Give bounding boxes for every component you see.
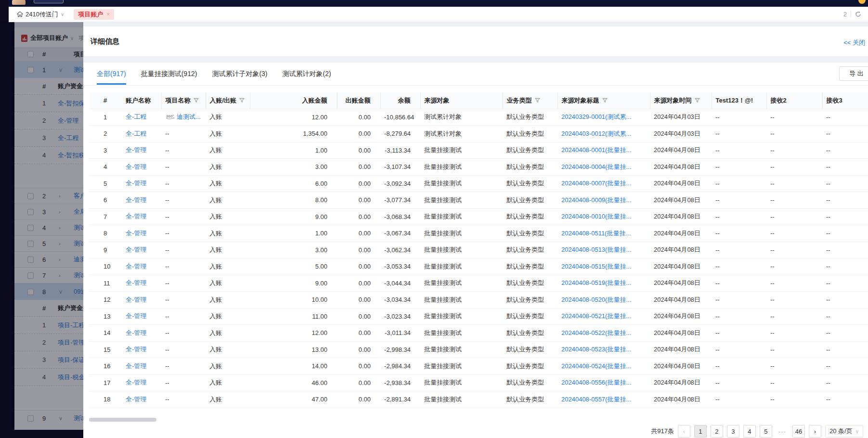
source-title-link[interactable]: 20240408-0009(批量挂... [561,196,631,204]
source-title-link[interactable]: 20240408-0520(批量挂... [561,296,631,303]
source-title-link[interactable]: 20240408-0522(批量挂... [561,329,631,336]
table-row[interactable]: 11全-管理--入账9.000.00-3,044.34批量挂接测试默认业务类型2… [89,275,868,292]
page-button-5[interactable]: 5 [760,425,772,438]
tab-2[interactable]: 测试累计子对象(3) [212,63,267,85]
filter-icon[interactable] [194,98,199,103]
source-title-link[interactable]: 20240408-0523(批量挂... [561,346,631,353]
account-link[interactable]: 全-管理 [126,362,146,370]
close-tab-icon[interactable]: × [106,11,110,18]
table-row[interactable]: 8全-管理--入账1.000.00-3,067.34批量挂接测试默认业务类型20… [89,225,868,242]
account-link[interactable]: 全-管理 [126,279,146,286]
account-link[interactable]: 全-工程 [126,113,146,120]
account-link[interactable]: 全-管理 [126,180,146,187]
filter-icon[interactable] [602,98,608,103]
cell-balance: -3,011.34 [380,325,420,342]
table-row[interactable]: 10全-管理--入账5.000.00-3,053.34批量挂接测试默认业务类型2… [89,258,868,275]
cell-biz-type: 默认业务类型 [503,192,557,209]
tab-1[interactable]: 批量挂接测试(912) [141,63,197,85]
account-link[interactable]: 全-管理 [126,230,146,237]
table-row[interactable]: 7全-管理--入账9.000.00-3,068.34批量挂接测试默认业务类型20… [89,208,868,225]
next-page-button[interactable]: › [809,425,821,438]
pagination-ellipsis[interactable]: ··· [776,425,789,438]
horizontal-scrollbar-thumb[interactable] [89,418,156,422]
table-header-row: #账户名称项目名称入账/出账入账金额出账金额余额来源对象业务类型来源对象标题来源… [89,92,868,109]
topbar-search-input[interactable] [34,0,64,3]
cell-index: 19 [89,408,119,412]
source-title-link[interactable]: 20240408-0515(批量挂... [561,263,631,270]
account-link[interactable]: 全-管理 [126,346,146,353]
source-title-link[interactable]: 20240408-0511(批量挂... [561,230,631,237]
table-row[interactable]: 2全-工程--入账1,354.000.00-8,279.64测试累计对象默认业务… [89,126,868,142]
account-link[interactable]: 全-管理 [126,163,146,170]
table-row[interactable]: 14全-管理--入账12.000.00-3,011.34批量挂接测试默认业务类型… [89,325,868,342]
source-title-link[interactable]: 20240408-0519(批量挂... [561,279,631,286]
table-row[interactable]: 15全-管理--入账13.000.00-2,998.34批量挂接测试默认业务类型… [89,341,868,358]
account-link[interactable]: 全-工程 [126,130,146,137]
source-title-link[interactable]: 20240408-0001(批量挂... [561,146,631,154]
account-link[interactable]: 全-管理 [126,246,146,253]
page-button-3[interactable]: 3 [727,425,739,438]
account-link[interactable]: 全-管理 [126,263,146,270]
table-row[interactable]: 5全-管理--入账6.000.00-3,092.34批量挂接测试默认业务类型20… [89,175,868,192]
account-link[interactable]: 全-管理 [126,312,146,320]
table-row[interactable]: 12全-管理--入账10.000.00-3,034.34批量挂接测试默认业务类型… [89,292,868,309]
refresh-icon[interactable] [855,11,861,17]
cell-account: 全-管理 [119,208,161,225]
page-button-46[interactable]: 46 [792,425,805,438]
table-row[interactable]: 1全-工程360°迪测试...入账12.000.00-10,856.64测试累计… [89,109,868,126]
table-row[interactable]: 9全-管理--入账3.000.00-3,062.34批量挂接测试默认业务类型20… [89,242,868,258]
cell-balance: -3,067.34 [380,225,420,242]
table-row[interactable]: 4全-管理--入账3.000.00-3,107.34批量挂接测试默认业务类型20… [89,159,868,176]
table-row[interactable]: 17全-管理--入账46.000.00-2,938.34批量挂接测试默认业务类型… [89,374,868,391]
table-row[interactable]: 3全-管理--入账1.000.00-3,113.34批量挂接测试默认业务类型20… [89,142,868,159]
tab-3[interactable]: 测试累计对象(2) [283,63,331,85]
source-title-link[interactable]: 20240408-0524(批量挂... [561,362,631,370]
project-link[interactable]: 迪测试... [177,113,201,120]
source-title-link[interactable]: 20240403-0012(测试累... [561,130,631,137]
source-title-link[interactable]: 20240408-0004(批量挂... [561,163,631,170]
source-title-link[interactable]: 20240408-0557(批量挂... [561,396,631,403]
cell-in-out: 入账 [206,109,250,126]
filter-icon[interactable] [695,98,700,103]
modal-dim-overlay[interactable] [0,22,83,438]
source-title-link[interactable]: 20240408-0556(批量挂... [561,379,631,386]
notification-badge-icon[interactable] [858,0,866,4]
source-title-link[interactable]: 20240408-0007(批量挂... [561,180,631,187]
cell-biz-type: 默认业务类型 [503,341,557,358]
tab-0[interactable]: 全部(917) [97,63,126,85]
home-menu[interactable]: 2410传送门 ∨ [17,10,64,19]
cell-recv2: -- [766,374,822,391]
account-link[interactable]: 全-管理 [126,329,146,336]
filter-icon[interactable] [535,98,540,103]
table-row[interactable]: 18全-管理--入账47.000.00-2,891.34批量挂接测试默认业务类型… [89,391,868,408]
account-link[interactable]: 全-管理 [126,296,146,303]
account-link[interactable]: 全-管理 [126,213,146,220]
tab-project-accounts[interactable]: 项目账户 × [74,9,114,20]
page-size-select[interactable]: 20 条/页∨ [825,425,863,438]
page-button-4[interactable]: 4 [743,425,756,438]
filter-icon[interactable] [239,98,245,103]
table-row[interactable]: 13全-管理--入账11.000.00-3,023.34批量挂接测试默认业务类型… [89,308,868,325]
page-button-2[interactable]: 2 [711,425,723,438]
cell-project: -- [161,374,206,391]
page-button-1[interactable]: 1 [694,425,707,438]
prev-page-button[interactable]: ‹ [678,425,690,438]
account-link[interactable]: 全-管理 [126,196,146,204]
source-title-link[interactable]: 20240408-0521(批量挂... [561,312,631,320]
account-link[interactable]: 全-管理 [126,379,146,386]
cell-source: 批量挂接测试 [420,308,503,325]
source-title-link[interactable]: 20240408-0513(批量挂... [561,246,631,253]
table-row[interactable]: 6全-管理--入账8.000.00-3,077.34批量挂接测试默认业务类型20… [89,192,868,209]
source-title-link[interactable]: 20240329-0001(测试累... [561,113,631,120]
close-panel-link[interactable]: << 关闭 [843,39,865,47]
source-title-link[interactable]: 20240408-0010(批量挂... [561,213,631,220]
table-row[interactable]: 19全-管理--入账48.000.00-2,843.34批量挂接测试默认业务类型… [89,408,868,412]
avatar[interactable] [12,0,26,5]
cell-source: 批量挂接测试 [420,374,503,391]
account-link[interactable]: 全-管理 [126,146,146,154]
table-row[interactable]: 16全-管理--入账14.000.00-2,984.34批量挂接测试默认业务类型… [89,358,868,375]
export-button[interactable]: 导 出 [839,66,868,81]
account-link[interactable]: 全-管理 [126,396,146,403]
cell-in-amount: 1,354.00 [250,126,337,142]
cell-source-time: 2024年04月08日 [650,175,712,192]
